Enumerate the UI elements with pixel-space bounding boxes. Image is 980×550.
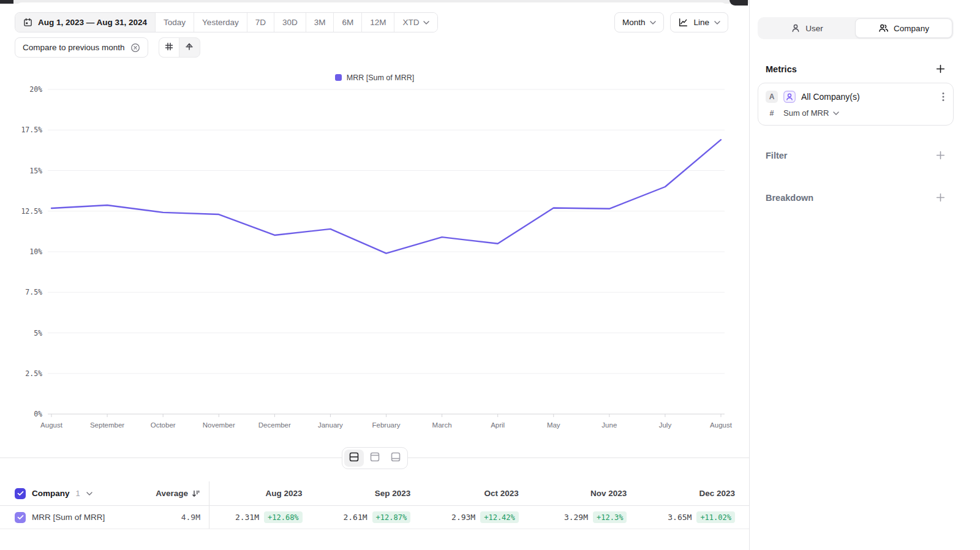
company-toggle-label: Company [894,24,929,33]
x-tick-label: May [547,421,560,429]
layout-toggle-row [0,447,749,469]
date-controls: Aug 1, 2023 — Aug 31, 2024 TodayYesterda… [15,12,438,32]
y-tick-label: 0% [34,410,42,418]
layout-chart-only-icon [370,452,380,464]
month-value-cell: 3.29M+12.3% [533,506,642,529]
toolbar-secondary: Compare to previous month [0,32,749,58]
delta-badge: +12.68% [264,511,303,523]
aggregation-label: Sum of MRR [783,108,829,118]
delta-badge: +11.02% [696,511,735,523]
legend-label: MRR [Sum of MRR] [347,73,414,82]
metric-name-cell: MRR [Sum of MRR] [0,506,135,529]
delta-badge: +12.3% [593,511,627,523]
preset-3m-button[interactable]: 3M [306,13,334,32]
data-table: Company 1 Average Aug 2023Sep 2023Oct 20… [0,481,749,529]
y-tick-label: 10% [29,247,42,256]
granularity-label: Month [622,18,646,27]
date-range-button[interactable]: Aug 1, 2023 — Aug 31, 2024 [15,13,155,32]
table-row: MRR [Sum of MRR]4.9M2.31M+12.68%2.61M+12… [0,506,749,529]
average-header-label: Average [156,489,188,498]
xtd-label: XTD [402,18,419,27]
select-all-checkbox[interactable] [15,488,26,499]
x-tick-label: December [258,421,291,429]
chevron-down-icon[interactable] [86,492,92,495]
y-tick-label: 7.5% [25,288,42,296]
entity-header-cell: Company 1 [0,481,135,505]
metric-month-value: 3.29M [564,513,588,522]
add-filter-button[interactable] [935,150,946,160]
users-icon [878,23,889,33]
metric-menu-button[interactable] [941,92,946,102]
preset-today-button[interactable]: Today [155,13,194,32]
chart-type-dropdown[interactable]: Line [670,12,728,32]
x-tick-label: November [203,421,235,429]
layout-chart-only-button[interactable] [365,450,385,467]
y-tick-label: 2.5% [25,369,42,378]
month-header-0: Aug 2023 [209,481,317,505]
x-tick-label: August [710,421,733,429]
preset-6m-button[interactable]: 6M [333,13,361,32]
preset-7d-button[interactable]: 7D [247,13,274,32]
x-tick-label: March [432,421,452,429]
month-value-cell: 2.31M+12.68% [209,506,317,529]
analytics-app: Aug 1, 2023 — Aug 31, 2024 TodayYesterda… [0,0,980,550]
preset-xtd-button[interactable]: XTD [394,13,437,32]
preset-yesterday-button[interactable]: Yesterday [194,13,247,32]
date-range-label: Aug 1, 2023 — Aug 31, 2024 [38,18,147,27]
y-tick-label: 12.5% [21,207,42,216]
x-tick-label: February [372,421,400,429]
filter-section-header: Filter [758,150,954,160]
add-breakdown-button[interactable] [935,192,946,203]
month-header-4: Dec 2023 [641,481,750,505]
metric-card-aggregation-row: # Sum of MRR [766,108,946,118]
contact-card-icon [783,91,796,103]
goal-line-toggle-button[interactable] [179,38,200,57]
layout-table-only-icon [391,452,401,464]
average-header-cell[interactable]: Average [135,481,209,505]
delta-badge: +12.42% [480,511,519,523]
layout-table-only-button[interactable] [386,450,405,467]
mrr-line [51,140,721,254]
add-metric-button[interactable] [935,64,946,74]
month-header-3: Nov 2023 [533,481,642,505]
aggregation-select[interactable]: Sum of MRR [783,108,839,118]
chart-type-label: Line [693,18,709,27]
layout-split-button[interactable] [344,450,364,467]
x-tick-label: October [151,421,176,429]
row-checkbox[interactable] [15,512,26,523]
company-toggle[interactable]: Company [855,18,952,38]
arrow-up-from-line-icon [184,42,194,54]
breakdown-section-header: Breakdown [758,192,954,203]
metric-month-value: 2.61M [343,513,367,522]
x-tick-label: January [318,421,343,429]
metric-card[interactable]: A All Company(s) [758,83,954,126]
chevron-down-icon [833,111,839,115]
metric-month-value: 3.65M [668,513,692,522]
user-toggle[interactable]: User [759,18,855,38]
preset-12m-button[interactable]: 12M [361,13,394,32]
metrics-section-header: Metrics [758,64,954,74]
preset-30d-button[interactable]: 30D [274,13,306,32]
month-header-1: Sep 2023 [317,481,426,505]
main-pane: Aug 1, 2023 — Aug 31, 2024 TodayYesterda… [0,0,750,550]
compare-chip[interactable]: Compare to previous month [15,37,148,58]
calendar-icon [23,18,32,27]
metric-average-value: 4.9M [135,506,209,529]
numeric-type-glyph: # [766,109,778,118]
month-value-cell: 3.65M+11.02% [641,506,750,529]
compare-chip-label: Compare to previous month [23,43,125,52]
chevron-down-icon [714,21,720,24]
chart-legend: MRR [Sum of MRR] [0,72,749,83]
layout-toggle-group [342,447,408,469]
legend-swatch [335,74,342,81]
hash-grid-icon [164,42,174,54]
layout-split-icon [349,452,359,464]
metric-name-label: MRR [Sum of MRR] [32,513,105,522]
y-tick-label: 20% [29,86,42,94]
granularity-dropdown[interactable]: Month [614,12,665,32]
x-tick-label: July [659,421,672,429]
user-icon [791,23,801,33]
grid-toggle-button[interactable] [159,38,179,57]
y-tick-label: 5% [34,329,42,337]
remove-compare-icon[interactable] [130,43,140,53]
